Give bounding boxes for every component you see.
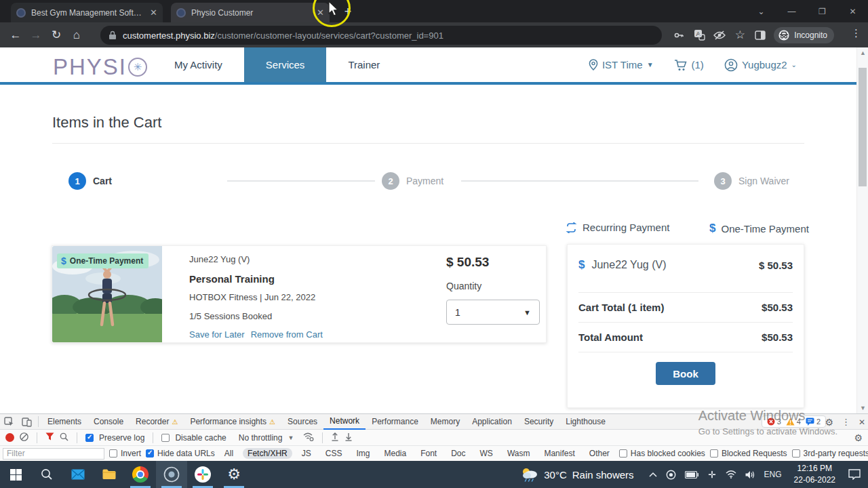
tab-close-icon[interactable]: ✕ [317, 7, 324, 18]
timezone-dropdown[interactable]: IST Time ▼ [589, 59, 654, 70]
taskbar-chrome-button[interactable] [125, 461, 156, 488]
network-conditions-icon[interactable] [303, 432, 314, 443]
devtools-tab-network[interactable]: Network [323, 414, 366, 430]
taskbar-explorer-button[interactable] [94, 461, 125, 488]
import-har-icon[interactable] [331, 432, 339, 443]
forward-icon[interactable]: → [26, 28, 46, 42]
network-filter-input[interactable] [3, 448, 104, 460]
scroll-up-icon[interactable]: ▲ [857, 49, 868, 56]
translate-icon[interactable]: A [692, 28, 706, 42]
third-party-requests-filter[interactable]: 3rd-party requests [792, 449, 868, 458]
hide-data-urls-checkbox[interactable] [146, 449, 154, 458]
eye-off-icon[interactable] [713, 28, 726, 42]
scroll-down-icon[interactable]: ▼ [857, 405, 868, 411]
devtools-tab-memory[interactable]: Memory [425, 414, 466, 430]
user-menu[interactable]: Yugbugz2 ⌄ [724, 58, 797, 72]
devtools-menu-icon[interactable]: ⋮ [842, 417, 850, 427]
bookmark-star-icon[interactable]: ☆ [733, 28, 747, 42]
cart-button[interactable]: (1) [674, 59, 704, 71]
filter-pill-img[interactable]: Img [351, 448, 374, 459]
filter-pill-css[interactable]: CSS [321, 448, 347, 459]
scrollbar-thumb[interactable] [859, 68, 867, 186]
error-badge[interactable]: 3 [767, 418, 781, 426]
invert-filter[interactable]: Invert [109, 449, 141, 458]
window-close-button[interactable]: ✕ [837, 0, 868, 22]
taskbar-weather[interactable]: 30°C Rain showers [521, 466, 633, 483]
incognito-chip[interactable]: Incognito [774, 27, 834, 43]
disable-cache-checkbox[interactable] [161, 434, 170, 442]
filter-pill-media[interactable]: Media [379, 448, 411, 459]
battery-icon[interactable] [685, 471, 698, 479]
tab-close-icon[interactable]: ✕ [150, 7, 157, 18]
taskbar-slack-button[interactable] [187, 461, 218, 488]
action-center-button[interactable] [841, 461, 868, 488]
nav-item-trainer[interactable]: Trainer [326, 47, 401, 82]
back-icon[interactable]: ← [5, 28, 26, 42]
tray-chevron-up-icon[interactable] [649, 472, 657, 477]
blocked-requests-checkbox[interactable] [710, 449, 718, 458]
reload-icon[interactable]: ↻ [46, 28, 66, 42]
save-for-later-link[interactable]: Save for Later [189, 329, 245, 340]
throttling-select[interactable]: No throttling [239, 433, 283, 443]
filter-pill-font[interactable]: Font [416, 448, 441, 459]
nav-item-my-activity[interactable]: My Activity [153, 47, 244, 82]
new-tab-button[interactable]: + [339, 3, 357, 21]
password-key-icon[interactable] [672, 28, 686, 42]
start-button[interactable] [0, 461, 31, 488]
browser-tab-gym-software[interactable]: Best Gym Management Software ✕ [11, 3, 163, 22]
filter-pill-manifest[interactable]: Manifest [539, 448, 579, 459]
filter-pill-wasm[interactable]: Wasm [502, 448, 535, 459]
window-restore-button[interactable]: ❐ [807, 0, 837, 22]
devtools-issue-badges[interactable]: 3 4 2 [762, 415, 826, 428]
third-party-checkbox[interactable] [792, 449, 800, 458]
window-minimize-button[interactable]: — [776, 0, 807, 22]
warning-badge[interactable]: 4 [786, 418, 801, 426]
nav-item-services[interactable]: Services [244, 47, 327, 82]
devtools-tab-performance[interactable]: Performance [366, 414, 425, 430]
recurring-payment-toggle[interactable]: Recurring Payment [566, 222, 669, 233]
settings-gear-icon[interactable]: ⚙ [825, 417, 833, 428]
device-toolbar-icon[interactable] [18, 414, 35, 430]
record-button[interactable] [5, 433, 14, 442]
home-icon[interactable]: ⌂ [66, 28, 87, 42]
side-panel-icon[interactable] [753, 28, 767, 42]
remove-from-cart-link[interactable]: Remove from Cart [251, 329, 323, 340]
devtools-close-icon[interactable]: ✕ [859, 418, 865, 427]
export-har-icon[interactable] [344, 432, 353, 443]
devtools-tab-recorder[interactable]: Recorder⚠ [130, 414, 184, 430]
url-bar[interactable]: customertest.physio.biz/customer/custome… [100, 26, 662, 45]
taskbar-mail-button[interactable] [62, 461, 94, 488]
tray-record-icon[interactable] [666, 470, 676, 480]
browser-menu-icon[interactable]: ⋮ [851, 27, 861, 39]
filter-toggle-icon[interactable] [45, 432, 54, 443]
page-scrollbar[interactable]: ▲ ▼ [856, 47, 868, 413]
search-icon[interactable] [60, 432, 68, 443]
window-chevron-icon[interactable]: ⌄ [746, 0, 776, 22]
filter-pill-fetch-xhr[interactable]: Fetch/XHR [243, 448, 292, 459]
filter-pill-doc[interactable]: Doc [446, 448, 470, 459]
one-time-payment-toggle[interactable]: $ One-Time Payment [709, 222, 809, 235]
devtools-tab-sources[interactable]: Sources [281, 414, 323, 430]
preserve-log-checkbox[interactable] [85, 434, 94, 442]
book-button[interactable]: Book [656, 362, 715, 385]
tray-slack-icon[interactable] [707, 470, 717, 479]
inspect-element-icon[interactable] [0, 414, 18, 430]
filter-pill-js[interactable]: JS [297, 448, 316, 459]
wifi-icon[interactable] [726, 470, 736, 479]
has-blocked-cookies-filter[interactable]: Has blocked cookies [619, 449, 705, 458]
invert-checkbox[interactable] [109, 449, 117, 458]
devtools-tab-console[interactable]: Console [87, 414, 130, 430]
blocked-requests-filter[interactable]: Blocked Requests [710, 449, 787, 458]
filter-pill-ws[interactable]: WS [475, 448, 498, 459]
devtools-tab-performance-insights[interactable]: Performance insights⚠ [184, 414, 281, 430]
devtools-tab-security[interactable]: Security [518, 414, 559, 430]
physio-logo[interactable]: PHYSI ✳ [53, 54, 147, 80]
hide-data-urls-filter[interactable]: Hide data URLs [146, 449, 215, 458]
clear-button[interactable] [20, 432, 28, 443]
has-blocked-cookies-checkbox[interactable] [619, 449, 627, 458]
quantity-select[interactable]: 1 ▼ [446, 300, 540, 325]
settings-gear-icon[interactable]: ⚙ [854, 432, 863, 443]
taskbar-clock[interactable]: 12:16 PM 22-06-2022 [794, 463, 835, 486]
browser-tab-physio-customer[interactable]: Physio Customer ✕ [171, 3, 330, 22]
taskbar-settings-button[interactable]: ⚙ [218, 461, 250, 488]
